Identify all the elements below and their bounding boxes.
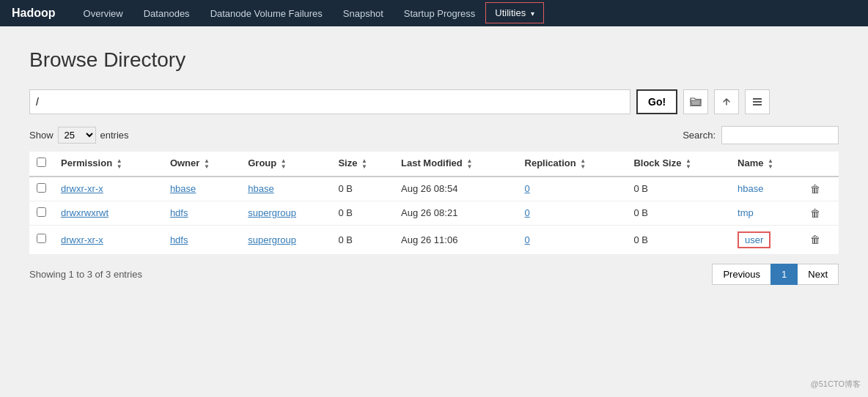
path-row: Go! xyxy=(29,89,839,114)
delete-button[interactable]: 🗑 xyxy=(810,234,820,245)
row-checkbox[interactable] xyxy=(37,183,46,193)
col-header-name[interactable]: Name ▲▼ xyxy=(730,152,803,177)
group-link[interactable]: hbase xyxy=(248,183,273,194)
permission-cell: drwxr-xr-x xyxy=(54,225,163,254)
entries-label: entries xyxy=(100,130,129,141)
svg-rect-0 xyxy=(753,98,762,100)
nav-item-overview[interactable]: Overview xyxy=(73,2,133,25)
arrow-up-icon xyxy=(721,96,732,108)
row-checkbox[interactable] xyxy=(37,234,46,243)
table-header-row: Permission ▲▼ Owner ▲▼ Group ▲▼ Size ▲▼ … xyxy=(29,152,839,177)
path-input[interactable] xyxy=(29,89,630,114)
nav-item-datanode-volume-failures[interactable]: Datanode Volume Failures xyxy=(200,2,333,25)
owner-link[interactable]: hbase xyxy=(170,183,196,194)
table-row: drwxrwxrwthdfssupergroup0 BAug 26 08:210… xyxy=(29,201,839,225)
caret-icon: ▾ xyxy=(529,10,534,18)
col-header-size[interactable]: Size ▲▼ xyxy=(331,152,394,177)
row-checkbox[interactable] xyxy=(37,207,46,217)
nav-item-startup-progress[interactable]: Startup Progress xyxy=(394,2,486,25)
go-button[interactable]: Go! xyxy=(636,89,677,114)
search-row: Search: xyxy=(683,126,839,144)
size-cell: 0 B xyxy=(331,177,394,201)
nav-item-utilities[interactable]: Utilities ▾ xyxy=(485,2,544,25)
replication-cell: 0 xyxy=(518,225,627,254)
permission-link[interactable]: drwxr-xr-x xyxy=(61,234,103,245)
name-cell: tmp xyxy=(730,201,803,225)
group-cell: supergroup xyxy=(240,225,331,254)
pagination-row: Showing 1 to 3 of 3 entries Previous 1 N… xyxy=(29,264,839,285)
group-link[interactable]: supergroup xyxy=(248,207,296,218)
group-link[interactable]: supergroup xyxy=(248,234,296,245)
col-header-delete xyxy=(803,152,839,177)
directory-table: Permission ▲▼ Owner ▲▼ Group ▲▼ Size ▲▼ … xyxy=(29,152,839,255)
owner-cell: hdfs xyxy=(163,201,240,225)
navbar-brand[interactable]: Hadoop xyxy=(12,7,56,20)
up-directory-button[interactable] xyxy=(714,89,739,114)
previous-button[interactable]: Previous xyxy=(712,264,770,285)
size-cell: 0 B xyxy=(331,201,394,225)
search-input[interactable] xyxy=(721,126,839,144)
last-modified-cell: Aug 26 11:06 xyxy=(394,225,518,254)
name-link[interactable]: hbase xyxy=(738,183,763,194)
select-all-checkbox[interactable] xyxy=(37,157,46,167)
group-cell: hbase xyxy=(240,177,331,201)
delete-button[interactable]: 🗑 xyxy=(810,207,820,219)
replication-link[interactable]: 0 xyxy=(525,183,530,194)
navbar: Hadoop Overview Datanodes Datanode Volum… xyxy=(0,0,868,26)
permission-link[interactable]: drwxr-xr-x xyxy=(61,183,103,194)
col-header-block-size[interactable]: Block Size ▲▼ xyxy=(626,152,730,177)
owner-link[interactable]: hdfs xyxy=(170,207,188,218)
last-modified-cell: Aug 26 08:21 xyxy=(394,201,518,225)
block-size-cell: 0 B xyxy=(626,225,730,254)
replication-link[interactable]: 0 xyxy=(525,234,530,245)
permission-cell: drwxrwxrwt xyxy=(54,201,163,225)
delete-button[interactable]: 🗑 xyxy=(810,183,820,195)
nav-item-datanodes[interactable]: Datanodes xyxy=(133,2,200,25)
sort-group-icon: ▲▼ xyxy=(281,158,287,170)
sort-owner-icon: ▲▼ xyxy=(204,158,210,170)
pagination-info: Showing 1 to 3 of 3 entries xyxy=(29,269,142,280)
folder-open-icon xyxy=(690,96,702,108)
col-header-permission[interactable]: Permission ▲▼ xyxy=(54,152,163,177)
owner-cell: hbase xyxy=(163,177,240,201)
name-cell: hbase xyxy=(730,177,803,201)
col-header-owner[interactable]: Owner ▲▼ xyxy=(163,152,240,177)
group-cell: supergroup xyxy=(240,201,331,225)
owner-cell: hdfs xyxy=(163,225,240,254)
watermark: @51CTO博客 xyxy=(811,379,861,390)
size-cell: 0 B xyxy=(331,225,394,254)
next-button[interactable]: Next xyxy=(798,264,839,285)
sort-permission-icon: ▲▼ xyxy=(117,158,122,170)
col-header-replication[interactable]: Replication ▲▼ xyxy=(518,152,627,177)
page-1-button[interactable]: 1 xyxy=(770,264,798,285)
navbar-menu: Overview Datanodes Datanode Volume Failu… xyxy=(73,2,544,25)
table-body: drwxr-xr-xhbasehbase0 BAug 26 08:5400 Bh… xyxy=(29,177,839,255)
col-header-last-modified[interactable]: Last Modified ▲▼ xyxy=(394,152,518,177)
delete-cell: 🗑 xyxy=(803,201,839,225)
sort-name-icon: ▲▼ xyxy=(768,158,773,170)
table-row: drwxr-xr-xhbasehbase0 BAug 26 08:5400 Bh… xyxy=(29,177,839,201)
svg-rect-1 xyxy=(753,101,762,103)
nav-item-snapshot[interactable]: Snapshot xyxy=(333,2,394,25)
replication-link[interactable]: 0 xyxy=(525,207,530,218)
name-link[interactable]: user xyxy=(738,231,770,248)
search-label: Search: xyxy=(683,130,716,141)
name-link[interactable]: tmp xyxy=(738,207,754,218)
list-view-button[interactable] xyxy=(745,89,770,114)
sort-size-icon: ▲▼ xyxy=(361,158,367,170)
replication-cell: 0 xyxy=(518,177,627,201)
replication-cell: 0 xyxy=(518,201,627,225)
page-title: Browse Directory xyxy=(29,48,839,72)
sort-last-modified-icon: ▲▼ xyxy=(466,158,472,170)
col-header-group[interactable]: Group ▲▼ xyxy=(240,152,331,177)
sort-replication-icon: ▲▼ xyxy=(580,158,586,170)
open-folder-button[interactable] xyxy=(683,89,708,114)
permission-link[interactable]: drwxrwxrwt xyxy=(61,207,108,218)
entries-select[interactable]: 10 25 50 100 xyxy=(58,127,96,144)
svg-rect-2 xyxy=(753,104,762,105)
select-all-header xyxy=(29,152,54,177)
delete-cell: 🗑 xyxy=(803,225,839,254)
show-label: Show xyxy=(29,130,54,141)
table-row: drwxr-xr-xhdfssupergroup0 BAug 26 11:060… xyxy=(29,225,839,254)
owner-link[interactable]: hdfs xyxy=(170,234,188,245)
